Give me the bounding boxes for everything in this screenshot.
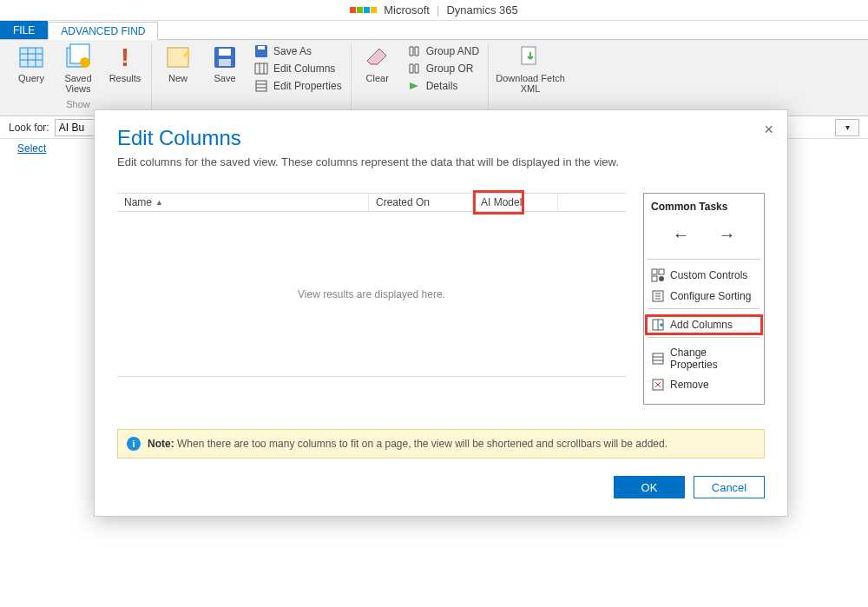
ribbon-group-query: Clear Group AND Group OR Details: [352, 43, 489, 115]
ribbon-group-file: New Save Save As Edit Columns Edit Prope…: [152, 43, 352, 115]
ribbon-group-show: Query Saved Views ! Results Show: [5, 43, 152, 115]
task-add-columns-label: Add Columns: [670, 319, 733, 331]
view-results-placeholder: View results are displayed here.: [117, 212, 626, 377]
new-button[interactable]: New: [159, 43, 197, 83]
saved-views-label: Saved Views: [64, 73, 91, 94]
dialog-title: Edit Columns: [117, 126, 765, 150]
column-created-label: Created On: [376, 196, 430, 208]
titlebar-separator: |: [437, 3, 439, 16]
ribbon-group-show-label: Show: [66, 97, 90, 113]
cancel-button[interactable]: Cancel: [694, 476, 765, 498]
edit-columns-dialog: × Edit Columns Edit columns for the save…: [94, 109, 788, 517]
configure-sorting-icon: [651, 289, 665, 303]
ribbon-group-download: Download Fetch XML: [489, 43, 572, 115]
lookfor-label: Look for:: [9, 122, 49, 134]
eraser-icon: [364, 43, 391, 71]
task-custom-controls-label: Custom Controls: [670, 269, 747, 281]
results-button[interactable]: ! Results: [106, 43, 144, 83]
results-label: Results: [109, 73, 141, 83]
edit-columns-button[interactable]: Edit Columns: [253, 61, 344, 76]
column-header-spacer: [558, 194, 626, 211]
task-remove-label: Remove: [670, 379, 709, 391]
tab-advanced-find[interactable]: ADVANCED FIND: [48, 22, 158, 40]
info-icon: i: [127, 437, 141, 451]
save-as-icon: [254, 44, 268, 58]
note-banner: i Note: When there are too many columns …: [117, 429, 765, 459]
close-button[interactable]: ×: [764, 121, 773, 139]
common-tasks-panel: Common Tasks ← → Custom Controls Configu…: [643, 193, 765, 405]
edit-properties-icon: [254, 79, 268, 93]
column-header-ai-model[interactable]: AI Model: [473, 194, 558, 211]
note-text: When there are too many columns to fit o…: [177, 438, 667, 450]
download-fetch-xml-label: Download Fetch XML: [496, 73, 565, 94]
svg-rect-32: [653, 353, 663, 364]
select-link[interactable]: Select: [17, 142, 46, 155]
group-or-icon: [407, 62, 421, 76]
edit-properties-label: Edit Properties: [273, 80, 342, 92]
lookfor-dropdown-button[interactable]: ▾: [835, 119, 859, 136]
svg-rect-15: [258, 46, 265, 49]
download-icon: [516, 43, 544, 71]
save-as-label: Save As: [273, 45, 312, 57]
download-fetch-xml-button[interactable]: Download Fetch XML: [496, 43, 565, 94]
column-header-name[interactable]: Name ▲: [117, 194, 369, 211]
svg-marker-22: [367, 49, 386, 64]
grid-icon: [17, 43, 45, 71]
group-or-button[interactable]: Group OR: [405, 61, 481, 76]
edit-columns-label: Edit Columns: [273, 63, 335, 75]
details-icon: [407, 79, 421, 93]
remove-icon: [651, 378, 665, 392]
svg-point-28: [659, 276, 664, 281]
columns-panel: Name ▲ Created On AI Model View results …: [117, 193, 626, 405]
save-as-button[interactable]: Save As: [253, 43, 344, 59]
svg-rect-0: [20, 48, 43, 67]
arrow-left-icon: ←: [673, 225, 690, 244]
svg-marker-23: [410, 82, 418, 89]
task-custom-controls[interactable]: Custom Controls: [648, 265, 760, 286]
sort-ascending-icon: ▲: [155, 198, 163, 207]
svg-point-7: [80, 57, 90, 68]
clear-button[interactable]: Clear: [358, 43, 397, 83]
svg-rect-9: [168, 48, 188, 67]
svg-rect-26: [659, 269, 664, 274]
details-button[interactable]: Details: [405, 78, 481, 94]
chevron-down-icon: ▾: [845, 122, 850, 132]
column-header-row: Name ▲ Created On AI Model: [117, 193, 626, 212]
move-left-button[interactable]: ←: [673, 225, 690, 245]
custom-controls-icon: [651, 268, 665, 282]
task-configure-sorting-label: Configure Sorting: [670, 290, 751, 302]
note-label: Note:: [148, 438, 174, 450]
group-or-label: Group OR: [426, 63, 474, 75]
details-label: Details: [426, 80, 458, 92]
group-and-icon: [407, 44, 421, 58]
task-remove[interactable]: Remove: [648, 374, 760, 395]
query-button[interactable]: Query: [12, 43, 50, 83]
arrow-right-icon: →: [719, 225, 736, 244]
move-right-button[interactable]: →: [719, 225, 736, 245]
edit-properties-button[interactable]: Edit Properties: [253, 78, 344, 94]
ok-button[interactable]: OK: [614, 476, 685, 498]
query-label: Query: [18, 73, 44, 83]
clear-label: Clear: [366, 73, 389, 83]
svg-rect-25: [652, 269, 657, 274]
svg-rect-13: [219, 59, 231, 66]
task-add-columns[interactable]: Add Columns: [645, 314, 763, 335]
tabs-row: FILE ADVANCED FIND: [0, 21, 868, 40]
saved-views-icon: [64, 43, 92, 71]
tab-file[interactable]: FILE: [0, 21, 48, 39]
column-aimodel-label: AI Model: [481, 196, 522, 208]
titlebar: Microsoft | Dynamics 365: [0, 0, 868, 21]
task-configure-sorting[interactable]: Configure Sorting: [648, 286, 760, 307]
new-icon: [164, 43, 192, 71]
svg-text:!: !: [121, 43, 129, 71]
save-label: Save: [214, 73, 235, 83]
edit-columns-icon: [254, 62, 268, 76]
task-change-properties[interactable]: Change Properties: [648, 343, 760, 374]
group-and-button[interactable]: Group AND: [405, 43, 481, 59]
save-button[interactable]: Save: [206, 43, 244, 83]
product-label: Dynamics 365: [446, 3, 517, 16]
results-icon: !: [111, 43, 139, 71]
brand-label: Microsoft: [384, 3, 430, 16]
column-header-created-on[interactable]: Created On: [369, 194, 473, 211]
saved-views-button[interactable]: Saved Views: [59, 43, 97, 94]
